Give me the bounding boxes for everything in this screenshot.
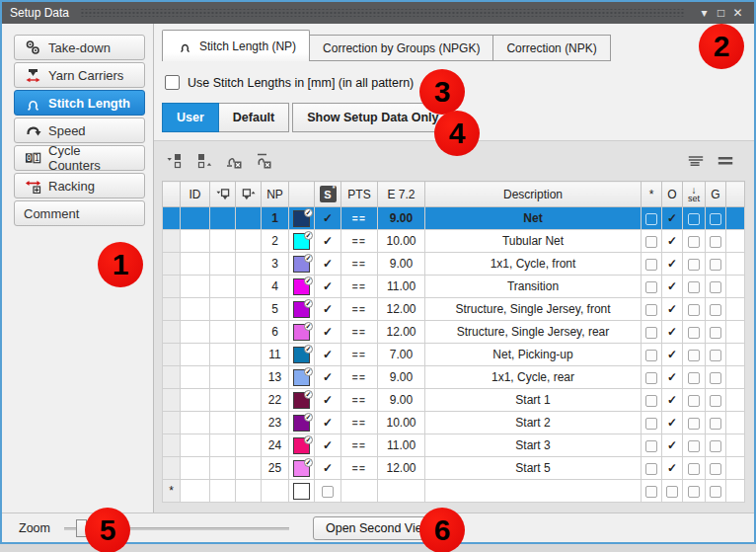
cell-s[interactable]: ✓ (315, 344, 341, 366)
cell-carrier-left[interactable] (210, 389, 236, 412)
cell-g[interactable] (706, 276, 726, 298)
row-height-compact-icon[interactable] (713, 149, 737, 173)
color-swatch[interactable]: ✓ (293, 324, 310, 341)
cell-carrier-right[interactable] (236, 412, 262, 434)
cell-s[interactable]: ✓ (315, 412, 341, 434)
cell-carrier-right[interactable] (236, 366, 262, 389)
color-swatch[interactable]: ✓ (293, 347, 310, 363)
cell-np[interactable]: 4 (262, 276, 289, 298)
insert-row-down-icon[interactable] (162, 149, 187, 173)
cell-desc[interactable]: 1x1, Cycle, rear (425, 366, 642, 389)
checkbox[interactable] (710, 440, 721, 452)
cell-carrier-right[interactable] (236, 480, 262, 503)
table-row[interactable]: 13✓✓==9.001x1, Cycle, rear✓ (163, 366, 745, 389)
cell-np[interactable]: 23 (262, 412, 289, 434)
cell-star[interactable] (642, 298, 662, 321)
cell-set[interactable] (683, 298, 706, 321)
cell-o[interactable]: ✓ (662, 253, 683, 276)
cell-e[interactable]: 11.00 (378, 434, 425, 457)
cell-e[interactable]: 9.00 (378, 366, 425, 389)
checkbox[interactable] (645, 463, 657, 475)
cell-star[interactable] (642, 321, 662, 344)
checkbox[interactable] (710, 281, 721, 293)
cell-selector[interactable]: * (163, 480, 181, 503)
cell-id[interactable] (181, 276, 210, 298)
color-swatch[interactable]: ✓ (293, 460, 310, 477)
table-row[interactable]: 3✓✓==9.001x1, Cycle, front✓ (163, 253, 745, 276)
cell-trail[interactable] (726, 207, 745, 230)
cell-np[interactable] (262, 480, 289, 503)
cell-color[interactable]: ✓ (289, 434, 315, 457)
cell-id[interactable] (181, 434, 210, 457)
table-row[interactable]: 5✓✓==12.00Structure, Single Jersey, fron… (163, 298, 745, 321)
checkbox[interactable] (688, 395, 700, 407)
cell-id[interactable] (181, 253, 210, 276)
cell-g[interactable] (706, 207, 726, 230)
checkbox[interactable] (645, 304, 657, 316)
cell-np[interactable]: 25 (262, 457, 289, 480)
cell-pts[interactable]: == (341, 207, 378, 230)
checkbox[interactable] (688, 327, 700, 339)
color-swatch[interactable] (293, 483, 310, 500)
cell-e[interactable] (378, 480, 425, 503)
cell-selector[interactable] (163, 412, 181, 434)
table-row[interactable]: 24✓✓==11.00Start 3✓ (163, 434, 745, 457)
table-row[interactable]: * (163, 480, 745, 503)
cell-trail[interactable] (726, 412, 745, 434)
cell-trail[interactable] (726, 389, 745, 412)
cell-carrier-left[interactable] (210, 412, 236, 434)
cell-np[interactable]: 2 (262, 230, 289, 253)
cell-desc[interactable]: Start 3 (425, 434, 642, 457)
cell-s[interactable]: ✓ (315, 434, 341, 457)
checkbox[interactable] (645, 213, 657, 225)
cell-o[interactable]: ✓ (662, 412, 683, 434)
cell-color[interactable]: ✓ (289, 298, 315, 321)
cell-color[interactable] (289, 480, 315, 503)
insert-row-up-icon[interactable] (191, 149, 216, 173)
cell-g[interactable] (706, 366, 726, 389)
cell-carrier-right[interactable] (236, 230, 262, 253)
cell-color[interactable]: ✓ (289, 321, 315, 344)
cell-color[interactable]: ✓ (289, 389, 315, 412)
cell-color[interactable]: ✓ (289, 207, 315, 230)
checkbox[interactable] (710, 418, 721, 430)
cell-o[interactable]: ✓ (662, 434, 683, 457)
cell-pts[interactable]: == (341, 366, 378, 389)
cell-pts[interactable]: == (341, 230, 378, 253)
cell-selector[interactable] (163, 434, 181, 457)
cell-pts[interactable]: == (341, 389, 378, 412)
table-row[interactable]: 23✓✓==10.00Start 2✓ (163, 412, 745, 434)
checkbox[interactable] (688, 259, 700, 271)
cell-carrier-right[interactable] (236, 457, 262, 480)
cell-carrier-left[interactable] (210, 276, 236, 298)
cell-star[interactable] (642, 434, 662, 457)
checkbox[interactable] (645, 350, 657, 361)
cell-desc[interactable]: Net (425, 207, 642, 230)
cell-s[interactable]: ✓ (315, 207, 341, 230)
cell-e[interactable]: 12.00 (378, 321, 425, 344)
cell-np[interactable]: 22 (262, 389, 289, 412)
cell-carrier-right[interactable] (236, 253, 262, 276)
cell-id[interactable] (181, 344, 210, 366)
checkbox[interactable] (710, 395, 721, 407)
color-swatch[interactable]: ✓ (293, 369, 310, 386)
cell-carrier-left[interactable] (210, 298, 236, 321)
checkbox[interactable] (645, 486, 657, 498)
cell-trail[interactable] (726, 230, 745, 253)
cell-carrier-right[interactable] (236, 276, 262, 298)
checkbox[interactable] (322, 486, 334, 498)
cell-set[interactable] (683, 344, 706, 366)
cell-e[interactable]: 10.00 (378, 412, 425, 434)
cell-trail[interactable] (726, 434, 745, 457)
cell-o[interactable]: ✓ (662, 344, 683, 366)
checkbox[interactable] (710, 327, 721, 339)
table-row[interactable]: 22✓✓==9.00Start 1✓ (163, 389, 745, 412)
checkbox[interactable] (688, 440, 700, 452)
cell-id[interactable] (181, 366, 210, 389)
cell-desc[interactable]: Transition (425, 276, 642, 298)
table-row[interactable]: 6✓✓==12.00Structure, Single Jersey, rear… (163, 321, 745, 344)
cell-o[interactable]: ✓ (662, 366, 683, 389)
cell-pts[interactable]: == (341, 434, 378, 457)
cell-e[interactable]: 7.00 (378, 344, 425, 366)
cell-pts[interactable]: == (341, 298, 378, 321)
